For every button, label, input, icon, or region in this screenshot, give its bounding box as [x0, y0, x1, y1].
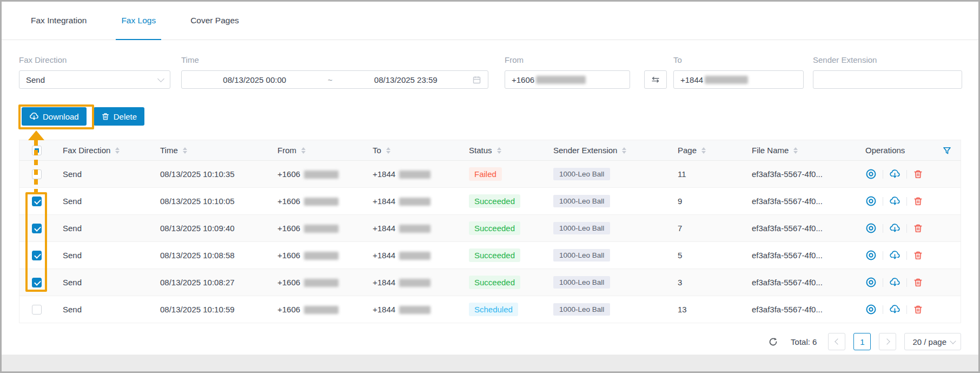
delete-fax-button[interactable] [913, 250, 923, 260]
from-input[interactable]: +1606 [505, 70, 630, 89]
divider [883, 197, 883, 206]
status-badge: Failed [469, 167, 502, 181]
sort-icon[interactable] [386, 147, 390, 154]
sort-icon[interactable] [301, 147, 306, 154]
download-fax-button[interactable] [889, 277, 900, 288]
col-time[interactable]: Time [151, 146, 269, 155]
col-operations: Operations [857, 146, 961, 155]
tab-cover-pages[interactable]: Cover Pages [173, 2, 256, 40]
delete-button[interactable]: Delete [94, 107, 144, 126]
delete-fax-button[interactable] [913, 223, 923, 233]
download-fax-button[interactable] [889, 250, 900, 261]
to-input[interactable]: +1844 [673, 70, 804, 89]
col-status[interactable]: Status [460, 146, 545, 155]
view-fax-button[interactable] [865, 195, 877, 207]
cell-time: 08/13/2025 10:10:59 [151, 305, 269, 314]
row-checkbox[interactable] [32, 305, 42, 315]
row-checkbox[interactable] [32, 278, 42, 287]
page-number-1[interactable]: 1 [853, 333, 871, 350]
fax-direction-select[interactable]: Send [19, 70, 170, 89]
filter-icon[interactable] [942, 146, 952, 155]
cell-time: 08/13/2025 10:09:40 [151, 224, 269, 233]
col-file-name[interactable]: File Name [743, 146, 857, 155]
cell-from: +1606 [269, 278, 364, 287]
download-fax-button[interactable] [889, 195, 900, 207]
col-page[interactable]: Page [669, 146, 743, 155]
calendar-icon [472, 75, 481, 84]
time-start-value[interactable]: 08/13/2025 00:00 [188, 75, 321, 84]
col-fax-direction[interactable]: Fax Direction [54, 146, 151, 155]
chevron-left-icon [835, 338, 840, 344]
cell-status: Succeeded [460, 194, 545, 208]
sort-icon[interactable] [622, 147, 626, 154]
cell-fax-direction: Send [54, 169, 151, 179]
select-all-checkbox[interactable] [32, 146, 42, 155]
download-fax-button[interactable] [889, 223, 900, 234]
status-badge: Succeeded [469, 194, 520, 208]
tab-fax-logs[interactable]: Fax Logs [104, 2, 173, 40]
delete-fax-button[interactable] [913, 196, 923, 206]
redacted-number [399, 252, 431, 260]
view-fax-button[interactable] [865, 250, 877, 261]
table-body: Send 08/13/2025 10:10:35 +1606 +1844 Fai… [19, 161, 961, 323]
prev-page-button[interactable] [828, 333, 845, 350]
redacted-number [304, 306, 339, 314]
swap-group [644, 55, 667, 89]
row-checkbox-cell[interactable] [19, 278, 54, 287]
col-sender-extension[interactable]: Sender Extension [545, 146, 669, 155]
view-fax-button[interactable] [865, 223, 877, 234]
download-button[interactable]: Download [22, 107, 87, 126]
tab-fax-integration[interactable]: Fax Integration [14, 2, 104, 40]
refresh-icon[interactable] [768, 337, 778, 347]
delete-fax-button[interactable] [913, 169, 923, 179]
time-end-value[interactable]: 08/13/2025 23:59 [340, 75, 473, 84]
sender-extension-input[interactable] [813, 70, 962, 89]
view-fax-button[interactable] [865, 168, 877, 180]
time-range-picker[interactable]: 08/13/2025 00:00 ~ 08/13/2025 23:59 [181, 70, 488, 89]
page-size-select[interactable]: 20 / page [904, 333, 961, 350]
col-from[interactable]: From [269, 146, 364, 155]
table-row: Send 08/13/2025 10:09:40 +1606 +1844 Suc… [19, 215, 961, 242]
from-value-prefix: +1606 [512, 75, 534, 84]
cell-operations [857, 277, 961, 288]
header-checkbox-cell[interactable] [19, 146, 54, 155]
row-checkbox-cell[interactable] [19, 305, 54, 315]
sort-icon[interactable] [115, 147, 120, 154]
next-page-button[interactable] [879, 333, 896, 350]
row-checkbox-cell[interactable] [19, 169, 54, 179]
cell-from: +1606 [269, 169, 364, 179]
row-checkbox-cell[interactable] [19, 197, 54, 206]
view-fax-button[interactable] [865, 304, 877, 315]
download-fax-button[interactable] [889, 304, 900, 315]
row-checkbox[interactable] [32, 224, 42, 233]
divider [883, 170, 883, 179]
divider [906, 170, 907, 179]
cell-status: Failed [460, 167, 545, 181]
sort-icon[interactable] [793, 147, 798, 154]
sender-extension-filter: Sender Extension [813, 55, 962, 89]
cell-fax-direction: Send [54, 251, 151, 260]
sort-icon[interactable] [701, 147, 706, 154]
sort-icon[interactable] [497, 147, 501, 154]
row-checkbox[interactable] [32, 169, 42, 179]
delete-fax-button[interactable] [913, 304, 923, 315]
download-fax-button[interactable] [889, 168, 900, 180]
cell-status: Scheduled [460, 303, 545, 316]
divider [906, 197, 907, 206]
col-to[interactable]: To [364, 146, 460, 155]
cell-to: +1844 [364, 278, 460, 287]
chevron-down-icon [950, 338, 956, 344]
delete-fax-button[interactable] [913, 277, 923, 287]
cell-fax-direction: Send [54, 278, 151, 287]
cell-fax-direction: Send [54, 305, 151, 314]
row-checkbox[interactable] [32, 251, 42, 260]
row-checkbox-cell[interactable] [19, 224, 54, 233]
to-prefix: +1844 [373, 224, 395, 233]
view-fax-button[interactable] [865, 277, 877, 288]
row-checkbox-cell[interactable] [19, 251, 54, 260]
row-checkbox[interactable] [32, 197, 42, 206]
sort-icon[interactable] [183, 147, 187, 154]
redacted-number [304, 198, 339, 206]
swap-from-to-button[interactable] [644, 70, 667, 89]
status-badge: Succeeded [469, 248, 520, 262]
